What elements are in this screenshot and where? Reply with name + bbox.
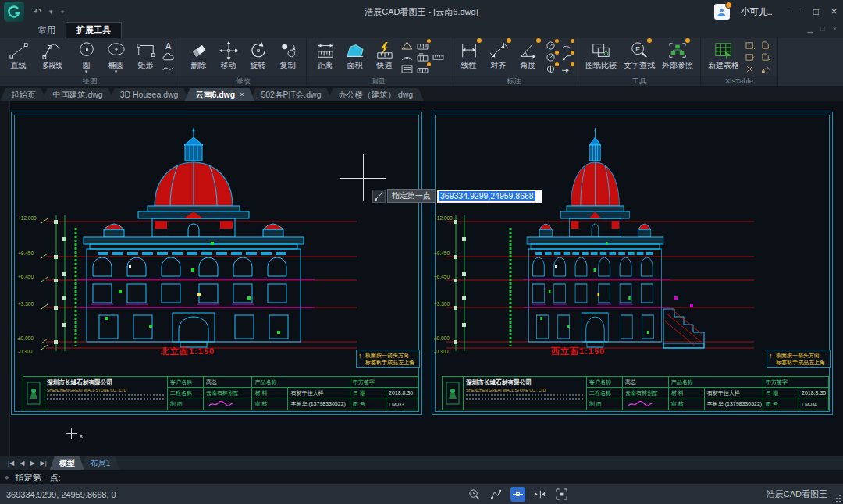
doc-tab-start-page[interactable]: 起始页 [0, 88, 47, 101]
doc-tab-china-arch[interactable]: 中国建筑.dwg [42, 88, 114, 101]
rotate-button[interactable]: 旋转 [244, 40, 272, 69]
xls-import-icon[interactable] [759, 52, 773, 62]
ribbon-tab-common[interactable]: 常用 [28, 23, 66, 38]
group-label-tools: 工具 [578, 76, 700, 86]
tab-close-icon[interactable]: × [240, 88, 244, 101]
dimension-strip: +12.000 +9.450 +6.450 +3.300 ±0.000 -0.3… [18, 215, 76, 354]
rotate-icon [247, 40, 270, 61]
arc-dim-icon[interactable] [560, 41, 573, 50]
doc-close-icon[interactable]: × [833, 25, 837, 33]
cursor-coordinates: 369334.9299, 24959.8668, 0 [6, 490, 116, 499]
resize-grip[interactable] [834, 495, 841, 502]
erase-button[interactable]: 删除 [184, 40, 213, 69]
doc-tab-office-building[interactable]: 办公楼（建筑）.dwg [327, 88, 424, 101]
nav-last-icon[interactable]: ▶| [41, 460, 47, 467]
sheet2-drawing: +12.000 +9.450 +6.450 +3.300 ±0.000 -0.3… [432, 112, 832, 414]
sheet-west-elevation: +12.000 +9.450 +6.450 +3.300 ±0.000 -0.3… [432, 112, 833, 415]
dimension-strip: +12.000 +9.450 +6.450 +3.300 ±0.000 -0.3… [434, 215, 510, 354]
polyline-icon [41, 40, 64, 61]
measure-coord-icon[interactable] [416, 41, 429, 50]
quick-customize-icon[interactable]: ÷ [61, 8, 65, 16]
doc-tab-502pit[interactable]: 502各PIT会.dwg [250, 88, 332, 101]
brand-footer: 浩辰CAD看图王 [767, 488, 827, 500]
measure-scale-icon[interactable] [416, 64, 429, 73]
zoom-extents-icon[interactable] [467, 487, 482, 502]
xls-update-icon[interactable] [744, 64, 757, 73]
document-tab-bar: 起始页 中国建筑.dwg 3D Housea.dwg 云南6.dwg × 502… [0, 86, 843, 101]
xref-button[interactable]: 外部参照 [659, 40, 696, 69]
sheet-north-elevation: +12.000 +9.450 +6.450 +3.300 ±0.000 -0.3… [11, 112, 422, 415]
layout-tab-layout1[interactable]: 布局1 [81, 456, 120, 470]
doc-tab-yunnan6[interactable]: 云南6.dwg × [184, 88, 254, 101]
measure-ruler-icon[interactable] [432, 52, 445, 62]
ellipse-button[interactable]: 椭圆 ▾ [101, 40, 130, 73]
area-button[interactable]: 面积 [340, 40, 369, 69]
leader-dim-icon[interactable] [560, 52, 573, 62]
circle-button[interactable]: 圆 ▾ [72, 40, 101, 73]
drawing-compare-button[interactable]: 图纸比较 [582, 40, 620, 69]
center-mark-icon[interactable] [544, 64, 557, 73]
minimize-button[interactable]: — [791, 6, 801, 17]
nav-next-icon[interactable]: ▶ [30, 460, 34, 467]
spline-button[interactable] [162, 64, 175, 73]
move-button[interactable]: 移动 [214, 40, 243, 69]
close-button[interactable]: × [831, 6, 837, 17]
crosshair-mode-icon[interactable] [510, 487, 525, 502]
angle-dim-button[interactable]: 角度 [514, 40, 542, 69]
undo-icon[interactable]: ↶ [34, 6, 41, 17]
xls-export-icon[interactable] [759, 41, 773, 50]
user-avatar[interactable] [714, 4, 730, 20]
sticker-note: ↑ 板面按一箭头方向 标签粘于成品左上角 [356, 350, 420, 368]
new-table-button[interactable]: 新建表格 [705, 40, 742, 69]
command-line[interactable]: ◆ 指定第一点: [0, 470, 843, 484]
polyline-button[interactable]: 多段线 [34, 40, 71, 69]
aligned-dim-button[interactable]: 对齐 [484, 40, 513, 69]
measure-list-icon[interactable] [400, 64, 414, 73]
drawing-canvas[interactable]: +12.000 +9.450 +6.450 +3.300 ±0.000 -0.3… [0, 101, 843, 456]
doc-tab-3d-house[interactable]: 3D Housea.dwg [109, 88, 190, 101]
up-arrow-icon: ↑ [358, 353, 362, 360]
line-button[interactable]: 直线 [4, 40, 33, 69]
crosshair-cursor [340, 178, 386, 179]
measure-arc-icon[interactable] [400, 52, 414, 62]
pan-split-icon[interactable] [532, 487, 547, 502]
diameter-dim-icon[interactable] [544, 52, 557, 62]
ribbon-tab-extended-tools[interactable]: 扩展工具 [66, 22, 122, 38]
svg-text:±0.000: ±0.000 [18, 335, 34, 341]
text-button[interactable]: A [162, 41, 175, 50]
coordinate-input[interactable]: 369334.9299,24959.8668 [437, 190, 542, 203]
svg-text:+12.000: +12.000 [18, 215, 37, 221]
chevron-down-icon[interactable]: ▾ [49, 8, 53, 16]
xls-edit-icon[interactable] [744, 52, 757, 62]
xls-insert-icon[interactable] [744, 41, 757, 50]
maximize-button[interactable]: □ [813, 6, 819, 17]
full-screen-icon[interactable] [554, 487, 569, 502]
measure-total-icon[interactable] [416, 52, 429, 62]
nav-first-icon[interactable]: |◀ [8, 460, 14, 467]
text-find-button[interactable]: F 文字查找 [621, 40, 658, 69]
measure-angle-icon[interactable] [400, 41, 414, 50]
circle-icon [75, 40, 98, 61]
linear-dim-button[interactable]: 线性 [454, 40, 483, 69]
command-marker-icon: ◆ [5, 474, 9, 481]
copy-button[interactable]: 复制 [273, 40, 302, 69]
selected-coordinate-text: 369334.9299,24959.8668 [439, 191, 535, 201]
rectangle-button[interactable]: 矩形 [131, 40, 160, 69]
radius-dim-icon[interactable] [544, 41, 557, 50]
address-line [47, 394, 165, 396]
nav-prev-icon[interactable]: ◀ [20, 460, 24, 467]
area-icon [343, 40, 367, 61]
xls-link-icon[interactable] [759, 64, 773, 73]
polyline-mode-icon[interactable] [489, 487, 503, 502]
distance-button[interactable]: 距离 [311, 40, 340, 69]
address-line [466, 394, 584, 396]
quick-measure-button[interactable]: 快速 [370, 40, 399, 69]
doc-restore-icon[interactable]: □ [820, 25, 824, 33]
layout-tab-model[interactable]: 模型 [50, 456, 84, 470]
app-logo-icon[interactable] [4, 2, 24, 22]
revision-cloud-button[interactable] [162, 52, 175, 62]
continue-dim-icon[interactable] [560, 64, 573, 73]
doc-minimize-icon[interactable]: ▁ [807, 25, 813, 33]
ribbon: 直线 多段线 圆 ▾ 椭圆 ▾ 矩形 [0, 38, 843, 86]
user-name[interactable]: 小可儿.. [741, 6, 773, 18]
